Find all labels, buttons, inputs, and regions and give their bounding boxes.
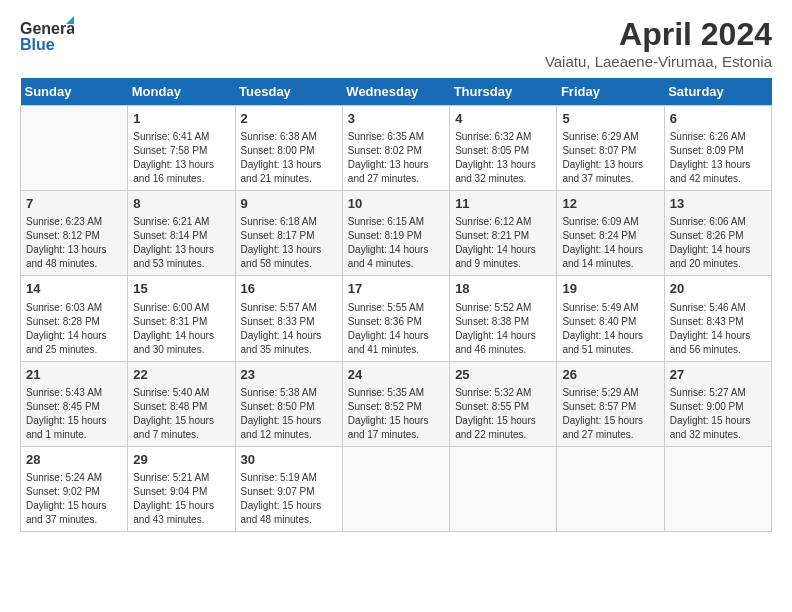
day-info: Sunrise: 6:26 AM Sunset: 8:09 PM Dayligh… — [670, 130, 766, 186]
day-number: 29 — [133, 451, 229, 469]
day-info: Sunrise: 6:15 AM Sunset: 8:19 PM Dayligh… — [348, 215, 444, 271]
logo-icon: General Blue — [20, 16, 74, 54]
calendar-header-row: SundayMondayTuesdayWednesdayThursdayFrid… — [21, 78, 772, 106]
logo: General Blue — [20, 16, 74, 54]
day-info: Sunrise: 5:29 AM Sunset: 8:57 PM Dayligh… — [562, 386, 658, 442]
day-number: 1 — [133, 110, 229, 128]
day-info: Sunrise: 5:32 AM Sunset: 8:55 PM Dayligh… — [455, 386, 551, 442]
calendar-cell — [664, 446, 771, 531]
calendar-cell: 5Sunrise: 6:29 AM Sunset: 8:07 PM Daylig… — [557, 106, 664, 191]
calendar-week-row: 1Sunrise: 6:41 AM Sunset: 7:58 PM Daylig… — [21, 106, 772, 191]
calendar-cell: 6Sunrise: 6:26 AM Sunset: 8:09 PM Daylig… — [664, 106, 771, 191]
calendar-cell: 25Sunrise: 5:32 AM Sunset: 8:55 PM Dayli… — [450, 361, 557, 446]
day-number: 26 — [562, 366, 658, 384]
day-number: 19 — [562, 280, 658, 298]
calendar-cell: 17Sunrise: 5:55 AM Sunset: 8:36 PM Dayli… — [342, 276, 449, 361]
day-info: Sunrise: 5:43 AM Sunset: 8:45 PM Dayligh… — [26, 386, 122, 442]
calendar-cell: 7Sunrise: 6:23 AM Sunset: 8:12 PM Daylig… — [21, 191, 128, 276]
calendar-subtitle: Vaiatu, Laeaene-Virumaa, Estonia — [545, 53, 772, 70]
svg-text:Blue: Blue — [20, 36, 55, 53]
calendar-cell: 1Sunrise: 6:41 AM Sunset: 7:58 PM Daylig… — [128, 106, 235, 191]
calendar-cell: 22Sunrise: 5:40 AM Sunset: 8:48 PM Dayli… — [128, 361, 235, 446]
day-info: Sunrise: 5:27 AM Sunset: 9:00 PM Dayligh… — [670, 386, 766, 442]
calendar-cell: 28Sunrise: 5:24 AM Sunset: 9:02 PM Dayli… — [21, 446, 128, 531]
calendar-cell: 29Sunrise: 5:21 AM Sunset: 9:04 PM Dayli… — [128, 446, 235, 531]
calendar-cell: 9Sunrise: 6:18 AM Sunset: 8:17 PM Daylig… — [235, 191, 342, 276]
calendar-cell — [21, 106, 128, 191]
day-number: 10 — [348, 195, 444, 213]
day-number: 27 — [670, 366, 766, 384]
calendar-cell: 2Sunrise: 6:38 AM Sunset: 8:00 PM Daylig… — [235, 106, 342, 191]
calendar-cell: 13Sunrise: 6:06 AM Sunset: 8:26 PM Dayli… — [664, 191, 771, 276]
day-number: 7 — [26, 195, 122, 213]
day-info: Sunrise: 6:03 AM Sunset: 8:28 PM Dayligh… — [26, 301, 122, 357]
day-number: 25 — [455, 366, 551, 384]
calendar-cell: 4Sunrise: 6:32 AM Sunset: 8:05 PM Daylig… — [450, 106, 557, 191]
day-number: 30 — [241, 451, 337, 469]
day-of-week-header: Sunday — [21, 78, 128, 106]
day-info: Sunrise: 5:55 AM Sunset: 8:36 PM Dayligh… — [348, 301, 444, 357]
calendar-cell: 27Sunrise: 5:27 AM Sunset: 9:00 PM Dayli… — [664, 361, 771, 446]
day-info: Sunrise: 5:19 AM Sunset: 9:07 PM Dayligh… — [241, 471, 337, 527]
calendar-cell: 14Sunrise: 6:03 AM Sunset: 8:28 PM Dayli… — [21, 276, 128, 361]
calendar-week-row: 28Sunrise: 5:24 AM Sunset: 9:02 PM Dayli… — [21, 446, 772, 531]
day-number: 13 — [670, 195, 766, 213]
calendar-cell: 18Sunrise: 5:52 AM Sunset: 8:38 PM Dayli… — [450, 276, 557, 361]
calendar-cell: 26Sunrise: 5:29 AM Sunset: 8:57 PM Dayli… — [557, 361, 664, 446]
day-info: Sunrise: 6:06 AM Sunset: 8:26 PM Dayligh… — [670, 215, 766, 271]
day-of-week-header: Friday — [557, 78, 664, 106]
day-info: Sunrise: 6:29 AM Sunset: 8:07 PM Dayligh… — [562, 130, 658, 186]
day-number: 14 — [26, 280, 122, 298]
day-info: Sunrise: 5:57 AM Sunset: 8:33 PM Dayligh… — [241, 301, 337, 357]
calendar-cell: 19Sunrise: 5:49 AM Sunset: 8:40 PM Dayli… — [557, 276, 664, 361]
day-info: Sunrise: 5:21 AM Sunset: 9:04 PM Dayligh… — [133, 471, 229, 527]
day-number: 23 — [241, 366, 337, 384]
day-info: Sunrise: 6:41 AM Sunset: 7:58 PM Dayligh… — [133, 130, 229, 186]
day-number: 2 — [241, 110, 337, 128]
calendar-cell: 24Sunrise: 5:35 AM Sunset: 8:52 PM Dayli… — [342, 361, 449, 446]
day-info: Sunrise: 6:00 AM Sunset: 8:31 PM Dayligh… — [133, 301, 229, 357]
day-of-week-header: Monday — [128, 78, 235, 106]
day-number: 28 — [26, 451, 122, 469]
day-number: 5 — [562, 110, 658, 128]
calendar-cell: 20Sunrise: 5:46 AM Sunset: 8:43 PM Dayli… — [664, 276, 771, 361]
day-info: Sunrise: 6:12 AM Sunset: 8:21 PM Dayligh… — [455, 215, 551, 271]
title-block: April 2024 Vaiatu, Laeaene-Virumaa, Esto… — [545, 16, 772, 70]
calendar-week-row: 7Sunrise: 6:23 AM Sunset: 8:12 PM Daylig… — [21, 191, 772, 276]
day-info: Sunrise: 5:38 AM Sunset: 8:50 PM Dayligh… — [241, 386, 337, 442]
day-of-week-header: Tuesday — [235, 78, 342, 106]
day-info: Sunrise: 5:52 AM Sunset: 8:38 PM Dayligh… — [455, 301, 551, 357]
day-number: 8 — [133, 195, 229, 213]
calendar-cell — [557, 446, 664, 531]
calendar-cell: 11Sunrise: 6:12 AM Sunset: 8:21 PM Dayli… — [450, 191, 557, 276]
day-number: 21 — [26, 366, 122, 384]
calendar-cell: 23Sunrise: 5:38 AM Sunset: 8:50 PM Dayli… — [235, 361, 342, 446]
day-number: 22 — [133, 366, 229, 384]
calendar-cell: 30Sunrise: 5:19 AM Sunset: 9:07 PM Dayli… — [235, 446, 342, 531]
day-info: Sunrise: 6:18 AM Sunset: 8:17 PM Dayligh… — [241, 215, 337, 271]
page-header: General Blue April 2024 Vaiatu, Laeaene-… — [20, 16, 772, 70]
calendar-title: April 2024 — [545, 16, 772, 53]
day-info: Sunrise: 6:09 AM Sunset: 8:24 PM Dayligh… — [562, 215, 658, 271]
calendar-table: SundayMondayTuesdayWednesdayThursdayFrid… — [20, 78, 772, 532]
day-info: Sunrise: 6:21 AM Sunset: 8:14 PM Dayligh… — [133, 215, 229, 271]
day-number: 6 — [670, 110, 766, 128]
day-number: 15 — [133, 280, 229, 298]
day-info: Sunrise: 5:49 AM Sunset: 8:40 PM Dayligh… — [562, 301, 658, 357]
day-number: 9 — [241, 195, 337, 213]
day-info: Sunrise: 6:23 AM Sunset: 8:12 PM Dayligh… — [26, 215, 122, 271]
day-number: 17 — [348, 280, 444, 298]
svg-text:General: General — [20, 20, 74, 37]
day-number: 18 — [455, 280, 551, 298]
day-info: Sunrise: 6:38 AM Sunset: 8:00 PM Dayligh… — [241, 130, 337, 186]
day-of-week-header: Saturday — [664, 78, 771, 106]
day-number: 11 — [455, 195, 551, 213]
calendar-cell: 8Sunrise: 6:21 AM Sunset: 8:14 PM Daylig… — [128, 191, 235, 276]
day-info: Sunrise: 6:32 AM Sunset: 8:05 PM Dayligh… — [455, 130, 551, 186]
day-number: 3 — [348, 110, 444, 128]
calendar-cell — [342, 446, 449, 531]
calendar-cell: 16Sunrise: 5:57 AM Sunset: 8:33 PM Dayli… — [235, 276, 342, 361]
day-of-week-header: Wednesday — [342, 78, 449, 106]
day-info: Sunrise: 5:24 AM Sunset: 9:02 PM Dayligh… — [26, 471, 122, 527]
day-info: Sunrise: 5:40 AM Sunset: 8:48 PM Dayligh… — [133, 386, 229, 442]
